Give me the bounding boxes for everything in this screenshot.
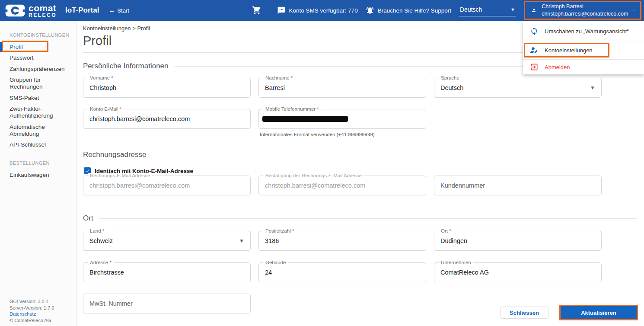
sidebar-item-profil[interactable]: Profil (10, 42, 72, 52)
rechnungs-email-field: Rechnungs-E-Mail Adresse christoph.barre… (83, 176, 251, 195)
sidebar-item-label: Einkaufswagen (10, 172, 49, 178)
chevron-down-icon: ▼ (510, 7, 515, 12)
section-divider-line (99, 218, 637, 219)
kundennummer-field[interactable]: Kundennummer (434, 176, 602, 195)
shopping-cart-button[interactable] (252, 6, 261, 15)
gebaeude-field[interactable]: Gebäude 24 (258, 262, 426, 282)
user-identity: Christoph Barresi christoph.barresi@coma… (542, 3, 628, 18)
phone-helper-text: Internationales Format verwenden (+41 99… (260, 132, 375, 137)
menu-item-label: Kontoeinstellungen (545, 47, 593, 54)
field-value: 3186 (265, 237, 279, 244)
section-title: Persönliche Informationen (83, 62, 169, 70)
sidebar-section-kontoeinstellungen: KONTOEINSTELLUNGEN (10, 32, 72, 38)
sidebar-item-zwei-faktor-authentifizierung[interactable]: Zwei-Faktor-Authentifizierung (10, 104, 72, 121)
sms-bubble-icon (277, 6, 286, 15)
field-value: Birchstrasse (89, 269, 124, 276)
field-label: Mobile Telefonnummer * (263, 106, 321, 112)
field-label: Unternehmen (439, 260, 473, 265)
sidebar-item-automatische-abmeldung[interactable]: Automatische Abmeldung (10, 122, 72, 139)
sidebar-item-label: SMS-Paket (10, 95, 39, 101)
chevron-down-icon: ▼ (590, 85, 595, 91)
user-name: Christoph Barresi (542, 3, 628, 10)
user-email: christoph.barresi@comatreleco.com (542, 10, 628, 18)
billing-fields-grid: Rechnungs-E-Mail Adresse christoph.barre… (83, 176, 602, 195)
sidebar-item-label: Zahlungspräferenzen (10, 66, 65, 72)
field-label: Vorname * (88, 75, 115, 80)
header-right-cluster: Konto SMS verfügbar: 770 Brauchen Sie Hi… (252, 1, 644, 20)
unternehmen-field[interactable]: Unternehmen ComatReleco AG (434, 262, 602, 282)
vorname-field[interactable]: Vorname * Christoph (83, 78, 251, 98)
help-support-button[interactable]: Brauchen Sie Hilfe? Support (366, 6, 451, 15)
sprache-select[interactable]: Sprache Deutsch ▼ (434, 78, 602, 98)
personal-fields-grid: Vorname * Christoph Nachname * Barresi S… (83, 78, 602, 129)
comatreleco-logo-icon (5, 4, 25, 17)
field-value: Düdingen (440, 237, 467, 244)
switch-view-icon (530, 27, 539, 35)
field-label: Ort * (439, 228, 453, 233)
field-value: ComatReleco AG (440, 269, 489, 276)
sms-counter[interactable]: Konto SMS verfügbar: 770 (277, 6, 358, 15)
back-arrow-icon: ← (108, 6, 115, 14)
chevron-up-icon (633, 9, 636, 12)
active-indicator-bar (0, 42, 2, 52)
logo-wordmark: comat RELECO (29, 3, 57, 18)
update-button[interactable]: Aktualisieren (561, 306, 637, 319)
menu-item-label: Umschalten zu „Wartungsansicht“ (545, 28, 629, 35)
sidebar-item-gruppen-fuer-rechnungen[interactable]: Gruppen für Rechnungen (10, 75, 72, 92)
sidebar-item-einkaufswagen[interactable]: Einkaufswagen (10, 170, 72, 180)
app-title: IoT-Portal (65, 6, 99, 15)
sidebar-item-label: Zwei-Faktor-Authentifizierung (10, 105, 53, 119)
sidebar-item-label: Gruppen für Rechnungen (10, 77, 43, 90)
comatreleco-logo[interactable]: comat RELECO (5, 3, 57, 18)
annotation-box-update-button: Aktualisieren (559, 305, 638, 320)
section-title: Rechnungsadresse (83, 150, 146, 159)
manage-account-icon (530, 46, 539, 54)
mobile-telefonnummer-field[interactable]: Mobile Telefonnummer * Internationales F… (258, 109, 426, 129)
user-account-menu-button[interactable]: Christoph Barresi christoph.barresi@coma… (524, 1, 641, 20)
sidebar-item-passwort[interactable]: Passwort (10, 53, 72, 63)
section-divider-line (152, 155, 637, 155)
form-action-buttons: Schliessen Aktualisieren (500, 305, 638, 320)
nachname-field[interactable]: Nachname * Barresi (258, 78, 426, 98)
language-value: Deutsch (460, 6, 482, 13)
shopping-cart-icon (252, 6, 261, 15)
gui-version: GUI Version: 3.0.1 (10, 298, 54, 305)
sidebar-navigation: KONTOEINSTELLUNGEN Profil Passwort Zahlu… (0, 21, 77, 326)
field-label: Adresse * (88, 260, 114, 265)
back-label: Start (117, 7, 129, 14)
annotation-box-profil (2, 41, 48, 52)
section-location-header: Ort (83, 214, 637, 223)
postleitzahl-field[interactable]: Postleitzahl * 3186 (258, 231, 426, 251)
field-value: christoph.barresi@comatreleco.com (265, 182, 365, 189)
privacy-link[interactable]: Datenschutz (10, 311, 54, 317)
field-label: Rechnungs-E-Mail Adresse (88, 173, 152, 178)
location-fields-grid-row1: Land * Schweiz ▼ Postleitzahl * 3186 Ort… (83, 231, 602, 251)
ort-field[interactable]: Ort * Düdingen (434, 231, 602, 251)
adresse-field[interactable]: Adresse * Birchstrasse (83, 262, 251, 282)
close-button[interactable]: Schliessen (500, 307, 548, 319)
language-select[interactable]: Deutsch ▼ (459, 4, 516, 16)
sidebar-item-label: API-Schlüssel (10, 141, 46, 148)
back-to-start-button[interactable]: ← Start (108, 6, 129, 14)
sidebar-item-sms-paket[interactable]: SMS-Paket (10, 93, 72, 103)
land-select[interactable]: Land * Schweiz ▼ (83, 231, 251, 251)
field-placeholder: Kundennummer (440, 182, 485, 189)
sidebar-item-label: Automatische Abmeldung (10, 124, 45, 137)
sidebar-item-api-schluessel[interactable]: API-Schlüssel (10, 140, 72, 150)
logout-icon (530, 63, 539, 71)
field-value: Schweiz (89, 237, 113, 244)
mwst-nummer-field[interactable]: MwSt. Nummer (83, 294, 251, 313)
menu-item-switch-maintenance-view[interactable]: Umschalten zu „Wartungsansicht“ (523, 22, 644, 41)
field-label: Bestätigung der Rechnungs-E-Mail Adresse (263, 173, 364, 178)
field-label: Land * (88, 228, 106, 233)
konto-email-field[interactable]: Konto E-Mail * christoph.barresi@comatre… (83, 109, 251, 129)
sms-counter-text: Konto SMS verfügbar: 770 (289, 7, 358, 14)
user-avatar-icon (531, 5, 536, 16)
sidebar-item-zahlungspraeferenzen[interactable]: Zahlungspräferenzen (10, 64, 72, 74)
menu-item-account-settings[interactable]: Kontoeinstellungen (523, 41, 644, 59)
menu-item-logout[interactable]: Abmelden (523, 60, 644, 74)
sidebar-footer: GUI Version: 3.0.1 Server-Version: 1.7.0… (10, 298, 54, 323)
logo-line2: RELECO (29, 13, 57, 18)
redacted-phone-value (262, 116, 348, 122)
sidebar-item-label: Profil (10, 44, 23, 50)
